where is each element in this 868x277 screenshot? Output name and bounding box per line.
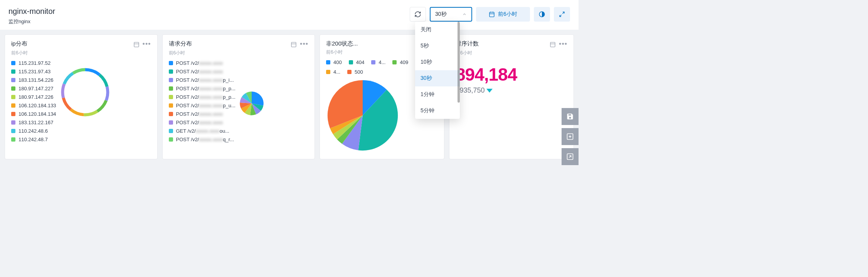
legend-item[interactable]: 180.97.147.227 (11, 86, 56, 91)
legend-item[interactable]: 106.120.184.134 (11, 111, 56, 117)
theme-toggle-button[interactable] (534, 7, 550, 22)
legend-swatch (392, 60, 397, 64)
legend-item[interactable]: 4... (371, 59, 385, 65)
legend-item[interactable]: 115.231.97.43 (11, 69, 56, 74)
calendar-icon[interactable] (133, 41, 140, 47)
legend-swatch (169, 86, 173, 91)
legend-swatch (11, 112, 15, 116)
dropdown-scrollbar[interactable] (458, 22, 460, 103)
interval-option[interactable]: 5秒 (415, 38, 460, 54)
page-title: nginx-monitor (8, 7, 55, 16)
page-subtitle: 监控nginx (8, 18, 55, 25)
legend-swatch (11, 103, 15, 108)
svg-line-5 (562, 12, 564, 14)
legend-item[interactable]: 4... (326, 69, 340, 75)
export-button[interactable] (562, 148, 579, 165)
refresh-button[interactable] (410, 7, 426, 22)
refresh-icon (414, 11, 421, 18)
legend-item[interactable]: 400 (326, 59, 342, 65)
legend-label: POST /v2/xxxxx.xxxxp_p... (176, 94, 236, 100)
calendar-icon (489, 11, 495, 17)
legend-item[interactable]: POST /v2/xxxxx.xxxxp_i... (169, 77, 236, 83)
legend-item[interactable]: 110.242.48.6 (11, 128, 56, 134)
time-range-button[interactable]: 前6小时 (476, 7, 530, 22)
refresh-interval-select[interactable]: 30秒 (430, 7, 472, 22)
panel-menu-button[interactable]: ••• (300, 40, 308, 48)
legend-item[interactable]: POST /v2/xxxxx.xxxxp_p... (169, 94, 236, 100)
legend-item[interactable]: POST /v2/xxxxx.xxxxq_r... (169, 137, 236, 142)
legend-item[interactable]: 183.131.22.167 (11, 120, 56, 125)
metric-value: 894,184 (456, 64, 567, 85)
time-range-label: 前6小时 (498, 11, 517, 18)
svg-rect-11 (550, 42, 555, 47)
legend-label: 4... (333, 69, 340, 75)
interval-option[interactable]: 10秒 (415, 54, 460, 70)
legend-swatch (169, 78, 173, 82)
legend-item[interactable]: POST /v2/xxxxx.xxxx (169, 111, 236, 117)
chevron-up-icon (462, 12, 467, 17)
panel-title: 请求分布 (169, 40, 192, 47)
legend-swatch (11, 129, 15, 133)
external-link-icon (566, 153, 574, 160)
legend-label: 183.131.22.167 (19, 120, 53, 125)
legend-label: 115.231.97.43 (19, 69, 50, 74)
legend-swatch (11, 78, 15, 82)
save-icon (566, 113, 574, 120)
panel-menu-button[interactable]: ••• (559, 40, 567, 48)
legend-item[interactable]: 404 (349, 59, 365, 65)
legend-item[interactable]: 183.131.54.226 (11, 77, 56, 83)
legend-item[interactable]: 106.120.184.133 (11, 103, 56, 108)
request-pie-chart (239, 91, 264, 116)
legend-item[interactable]: 180.97.147.226 (11, 94, 56, 100)
legend-item[interactable]: 110.242.48.7 (11, 137, 56, 142)
panel-title: ip分布 (11, 40, 27, 47)
legend-label: 500 (355, 69, 363, 75)
legend-item[interactable]: 409 (392, 59, 408, 65)
panel-subtitle: 前6小时 (11, 50, 151, 56)
interval-dropdown[interactable]: 关闭5秒10秒30秒1分钟5分钟 (415, 22, 460, 119)
contrast-icon (538, 11, 545, 18)
legend-label: 409 (400, 59, 408, 65)
calendar-icon[interactable] (550, 41, 556, 47)
legend-label: 106.120.184.133 (19, 103, 56, 108)
calendar-icon[interactable] (291, 41, 297, 47)
legend-item[interactable]: 500 (347, 69, 363, 75)
fullscreen-button[interactable] (554, 7, 570, 22)
legend-item[interactable]: POST /v2/xxxxx.xxxx (169, 69, 236, 74)
legend-item[interactable]: POST /v2/xxxxx.xxxx (169, 60, 236, 66)
svg-rect-7 (134, 42, 139, 47)
legend-label: POST /v2/xxxxx.xxxxp_i... (176, 77, 234, 83)
legend-label: POST /v2/xxxxx.xxxx (176, 69, 223, 74)
legend-label: 180.97.147.227 (19, 86, 53, 91)
legend-label: 106.120.184.134 (19, 111, 56, 117)
save-button[interactable] (562, 108, 579, 125)
legend-label: GET /v2/xxxxx.xxxxou... (176, 128, 229, 134)
legend-item[interactable]: POST /v2/xxxxx.xxxxp_u... (169, 103, 236, 108)
legend-label: POST /v2/xxxxx.xxxx (176, 60, 223, 66)
legend-item[interactable]: 115.231.97.52 (11, 60, 56, 66)
legend-swatch (349, 60, 353, 64)
legend-label: POST /v2/xxxxx.xxxxp_p... (176, 86, 236, 91)
interval-option[interactable]: 关闭 (415, 22, 460, 38)
plus-square-icon (566, 133, 574, 140)
legend-item[interactable]: POST /v2/xxxxx.xxxxp_p... (169, 86, 236, 91)
legend-item[interactable]: GET /v2/xxxxx.xxxxou... (169, 128, 236, 134)
interval-option[interactable]: 30秒 (415, 70, 460, 86)
interval-option[interactable]: 5分钟 (415, 103, 460, 119)
interval-option[interactable]: 1分钟 (415, 86, 460, 103)
legend-swatch (11, 69, 15, 74)
add-button[interactable] (562, 128, 579, 145)
legend-swatch (347, 70, 352, 74)
panel-subtitle: 前6小时 (169, 50, 309, 56)
legend-swatch (11, 120, 15, 125)
legend-swatch (11, 86, 15, 91)
panel-menu-button[interactable]: ••• (143, 40, 151, 48)
legend-swatch (169, 61, 173, 65)
legend-label: 115.231.97.52 (19, 60, 50, 66)
legend-label: 110.242.48.7 (19, 137, 48, 142)
legend-item[interactable]: POST /v2/xxxxx.xxxx (169, 120, 236, 125)
legend-label: 404 (356, 59, 365, 65)
legend-label: 183.131.54.226 (19, 77, 53, 83)
svg-line-6 (560, 15, 562, 17)
interval-selected-label: 30秒 (435, 11, 447, 18)
